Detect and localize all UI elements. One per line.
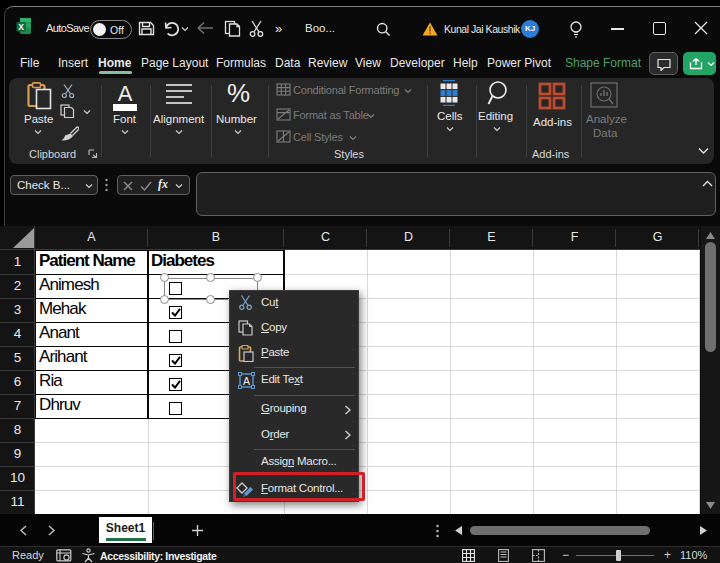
svg-text:X: X — [18, 22, 24, 32]
svg-text:A: A — [243, 375, 250, 387]
svg-text:A: A — [118, 81, 133, 106]
